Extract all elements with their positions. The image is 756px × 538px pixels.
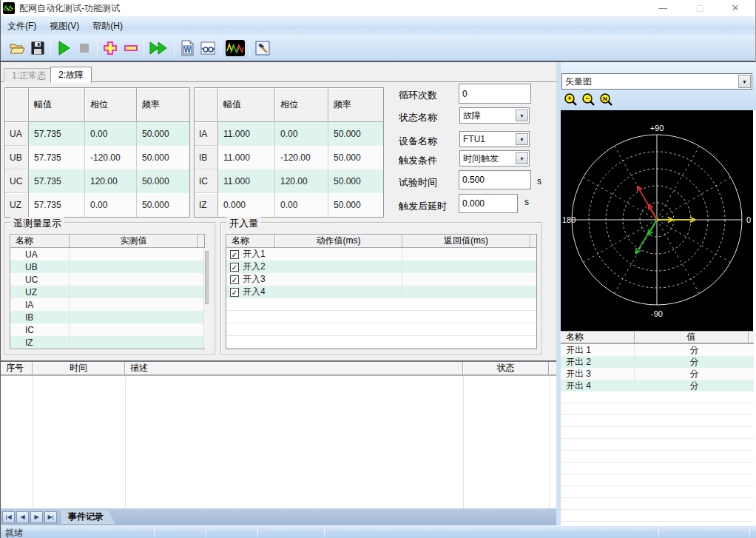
minimize-button[interactable]: — xyxy=(650,0,675,16)
telemetry-scrollbar[interactable] xyxy=(203,248,210,349)
scrollbar-thumb[interactable] xyxy=(205,251,209,304)
cell-phase[interactable]: -120.00 xyxy=(85,146,137,169)
cell-phase[interactable]: 0.00 xyxy=(85,122,137,146)
cell-freq[interactable]: 50.000 xyxy=(137,193,189,217)
return-value-cell[interactable] xyxy=(402,286,536,298)
device-name-select[interactable]: FTU1 ▼ xyxy=(459,131,530,147)
test-time-input[interactable] xyxy=(459,170,531,189)
cell-phase[interactable]: 0.00 xyxy=(275,193,328,217)
settings-tool-button[interactable] xyxy=(252,38,273,58)
telemetry-name[interactable]: UZ xyxy=(10,286,70,298)
telemetry-name[interactable]: IC xyxy=(10,323,70,336)
cell-amp[interactable]: 11.000 xyxy=(218,122,275,146)
cell-amp[interactable]: 57.735 xyxy=(29,146,85,169)
output-channel-value[interactable]: 分 xyxy=(635,368,754,380)
output-channel-label[interactable]: 开出 2 xyxy=(561,356,635,368)
telemetry-name[interactable]: UA xyxy=(10,248,70,260)
cycle-count-input[interactable] xyxy=(459,84,531,104)
telemetry-value[interactable] xyxy=(70,273,204,286)
output-channel-value[interactable]: 分 xyxy=(635,356,754,368)
stop-button[interactable] xyxy=(74,38,95,58)
cell-amp[interactable]: 11.000 xyxy=(218,146,275,169)
checkbox-checked[interactable]: ✓ xyxy=(230,263,239,272)
open-button[interactable] xyxy=(7,38,27,58)
preview-button[interactable] xyxy=(198,38,218,58)
checkbox-checked[interactable]: ✓ xyxy=(230,288,239,297)
table-row: IZ 0.000 0.00 50.000 xyxy=(195,193,383,217)
first-page-button[interactable]: |◀ xyxy=(2,511,15,523)
close-button[interactable]: ✕ xyxy=(723,0,748,16)
cell-amp[interactable]: 57.735 xyxy=(29,122,85,146)
trigger-condition-select[interactable]: 时间触发 ▼ xyxy=(459,150,530,167)
word-report-button[interactable]: W xyxy=(177,38,198,58)
save-button[interactable] xyxy=(27,38,48,58)
cell-phase[interactable]: 0.00 xyxy=(85,193,137,217)
output-channel-value[interactable]: 分 xyxy=(635,344,754,356)
cell-amp[interactable]: 57.735 xyxy=(29,193,85,217)
cell-phase[interactable]: 120.00 xyxy=(275,169,328,193)
return-value-cell[interactable] xyxy=(402,273,536,286)
next-page-button[interactable]: ▶ xyxy=(30,511,43,523)
telemetry-value[interactable] xyxy=(70,260,204,273)
cell-phase[interactable]: 0.00 xyxy=(275,122,328,146)
waveform-button[interactable] xyxy=(223,38,247,58)
tab-event-log[interactable]: 事件记录 xyxy=(61,510,115,524)
telemetry-value[interactable] xyxy=(70,286,204,298)
chevron-down-icon[interactable]: ▼ xyxy=(516,152,528,164)
output-channel-value[interactable]: 分 xyxy=(635,380,754,391)
telemetry-name[interactable]: UC xyxy=(10,273,70,286)
telemetry-value[interactable] xyxy=(70,336,204,349)
chevron-down-icon[interactable]: ▼ xyxy=(738,75,751,88)
chevron-down-icon[interactable]: ▼ xyxy=(516,133,528,145)
zoom-out-icon[interactable]: − xyxy=(581,93,596,107)
prev-page-button[interactable]: ◀ xyxy=(16,511,29,523)
telemetry-name[interactable]: IB xyxy=(10,311,70,323)
output-channel-label[interactable]: 开出 3 xyxy=(561,368,635,380)
cell-freq[interactable]: 50.000 xyxy=(137,169,189,193)
telemetry-value[interactable] xyxy=(70,248,204,260)
delay-input[interactable] xyxy=(459,194,518,213)
telemetry-name[interactable]: IA xyxy=(10,298,70,311)
cell-freq[interactable]: 50.000 xyxy=(328,122,383,146)
view-select[interactable]: 矢量图 ▼ xyxy=(561,73,752,90)
cell-phase[interactable]: -120.00 xyxy=(275,146,328,169)
telemetry-value[interactable] xyxy=(70,311,204,323)
state-name-select[interactable]: 故障 ▼ xyxy=(459,107,530,124)
telemetry-name[interactable]: UB xyxy=(10,260,70,273)
cell-freq[interactable]: 50.000 xyxy=(137,146,189,169)
add-state-button[interactable] xyxy=(100,38,121,58)
resize-grip[interactable] xyxy=(749,528,750,537)
maximize-button[interactable] xyxy=(687,0,712,16)
test-time-label: 试验时间 xyxy=(399,176,437,189)
run-button[interactable] xyxy=(53,38,74,58)
last-page-button[interactable]: ▶| xyxy=(44,511,57,523)
zoom-reset-glyph: N xyxy=(603,95,607,102)
telemetry-value[interactable] xyxy=(70,323,204,336)
telemetry-name[interactable]: IZ xyxy=(10,336,70,349)
fast-run-button[interactable] xyxy=(146,38,172,58)
menu-view[interactable]: 视图(V) xyxy=(43,16,86,36)
cell-freq[interactable]: 50.000 xyxy=(137,122,189,146)
remove-state-button[interactable] xyxy=(121,38,141,58)
menu-help[interactable]: 帮助(H) xyxy=(86,16,129,36)
checkbox-checked[interactable]: ✓ xyxy=(230,275,239,284)
cell-phase[interactable]: 120.00 xyxy=(85,169,137,193)
cell-freq[interactable]: 50.000 xyxy=(328,193,383,217)
tab-normal-state[interactable]: 1:正常态 xyxy=(4,68,54,82)
output-channel-label[interactable]: 开出 4 xyxy=(561,380,635,391)
chevron-down-icon[interactable]: ▼ xyxy=(516,110,528,121)
checkbox-checked[interactable]: ✓ xyxy=(230,250,239,259)
return-value-cell[interactable] xyxy=(402,248,536,260)
cell-amp[interactable]: 11.000 xyxy=(218,169,275,193)
menu-file[interactable]: 文件(F) xyxy=(1,16,43,36)
zoom-reset-icon[interactable]: N xyxy=(599,93,614,107)
cell-freq[interactable]: 50.000 xyxy=(328,169,383,193)
return-value-cell[interactable] xyxy=(402,260,536,273)
tab-fault-state[interactable]: 2:故障 xyxy=(50,67,92,83)
cell-amp[interactable]: 0.000 xyxy=(218,193,275,217)
cell-amp[interactable]: 57.735 xyxy=(29,169,85,193)
telemetry-value[interactable] xyxy=(70,298,204,311)
zoom-in-icon[interactable]: + xyxy=(564,93,578,107)
cell-freq[interactable]: 50.000 xyxy=(328,146,383,169)
output-channel-label[interactable]: 开出 1 xyxy=(561,344,635,356)
